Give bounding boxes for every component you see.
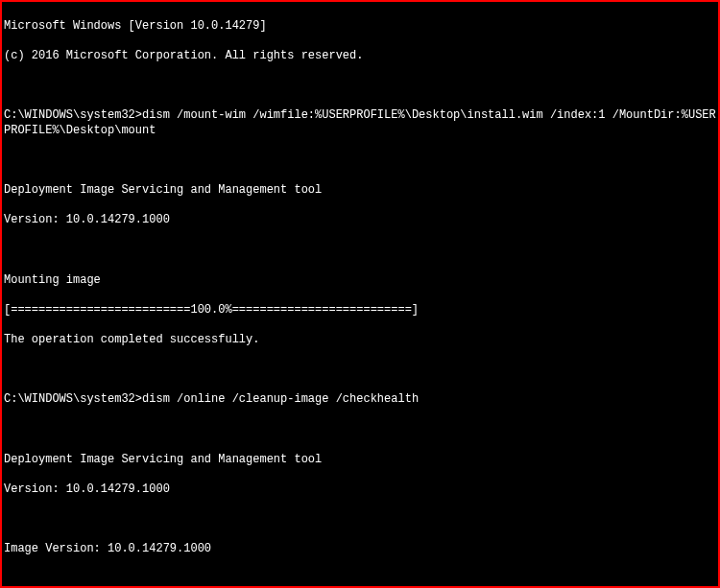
command-line-1: C:\WINDOWS\system32>dism /mount-wim /wim… [4,108,718,138]
blank-line [4,423,718,438]
blank-line [4,363,718,378]
tool-name: Deployment Image Servicing and Managemen… [4,183,718,199]
progress-bar: [==========================100.0%=======… [4,303,718,318]
tool-name: Deployment Image Servicing and Managemen… [4,453,718,468]
tool-version: Version: 10.0.14279.1000 [4,213,718,228]
blank-line [4,512,718,528]
blank-line [4,573,718,588]
success-msg: The operation completed successfully. [4,333,718,348]
header-copyright: (c) 2016 Microsoft Corporation. All righ… [4,49,718,64]
image-version: Image Version: 10.0.14279.1000 [4,542,718,557]
header-title: Microsoft Windows [Version 10.0.14279] [4,19,718,35]
terminal-window[interactable]: Microsoft Windows [Version 10.0.14279] (… [2,2,718,588]
command-text: dism /online /cleanup-image /checkhealth [142,392,419,406]
mounting-label: Mounting image [4,273,718,289]
blank-line [4,153,718,169]
command-line-2: C:\WINDOWS\system32>dism /online /cleanu… [4,392,718,408]
tool-version: Version: 10.0.14279.1000 [4,482,718,498]
blank-line [4,244,718,259]
blank-line [4,79,718,94]
prompt: C:\WINDOWS\system32> [4,108,142,122]
prompt: C:\WINDOWS\system32> [4,392,142,406]
